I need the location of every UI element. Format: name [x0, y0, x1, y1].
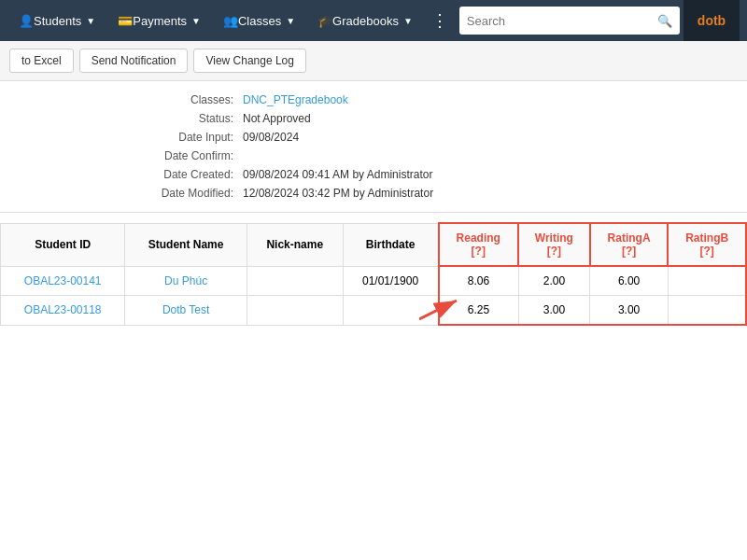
status-row: Status: Not Approved: [0, 109, 747, 128]
rating-b-cell: [668, 266, 746, 296]
action-toolbar: to Excel Send Notification View Change L…: [0, 41, 747, 81]
nav-classes-label: Classes: [238, 14, 281, 28]
gradebook-table-section: Student ID Student Name Nick-name Birthd…: [0, 213, 747, 335]
writing-cell: 2.00: [518, 266, 590, 296]
nav-more-button[interactable]: ⋮: [424, 10, 456, 31]
col-rating-a: RatingA [?]: [590, 223, 669, 266]
classes-value: DNC_PTEgradebook: [243, 93, 348, 106]
status-label: Status:: [0, 112, 243, 125]
search-icon[interactable]: 🔍: [657, 14, 672, 28]
rating-a-cell: 6.00: [590, 266, 669, 296]
writing-cell: 3.00: [518, 296, 590, 326]
date-modified-row: Date Modified: 12/08/2024 03:42 PM by Ad…: [0, 184, 747, 203]
col-birthdate: Birthdate: [343, 223, 438, 266]
top-navigation: 👤 Students ▼ 💳 Payments ▼ 👥 Classes ▼ 🎓 …: [0, 0, 747, 41]
svg-line-1: [419, 301, 457, 319]
send-notification-button[interactable]: Send Notification: [79, 49, 189, 73]
status-value: Not Approved: [243, 112, 311, 125]
date-input-row: Date Input: 09/08/2024: [0, 128, 747, 147]
gradebooks-caret: ▼: [403, 16, 413, 26]
date-input-label: Date Input:: [0, 131, 243, 144]
search-container: 🔍: [459, 7, 680, 35]
logo-text: dotb: [698, 13, 726, 28]
record-info: Classes: DNC_PTEgradebook Status: Not Ap…: [0, 81, 747, 213]
col-writing: Writing [?]: [518, 223, 590, 266]
date-modified-label: Date Modified:: [0, 187, 243, 200]
classes-row: Classes: DNC_PTEgradebook: [0, 91, 747, 109]
date-created-row: Date Created: 09/08/2024 09:41 AM by Adm…: [0, 165, 747, 184]
date-created-label: Date Created:: [0, 168, 243, 181]
nav-students[interactable]: 👤 Students ▼: [7, 0, 106, 41]
student-name-cell[interactable]: Dotb Test: [125, 296, 247, 326]
payments-icon: 💳: [118, 14, 133, 28]
view-change-log-button[interactable]: View Change Log: [193, 49, 306, 73]
nav-gradebooks[interactable]: 🎓 Gradebooks ▼: [306, 0, 424, 41]
col-student-name: Student Name: [125, 223, 247, 266]
nav-classes[interactable]: 👥 Classes ▼: [212, 0, 306, 41]
nav-payments-label: Payments: [133, 14, 187, 28]
date-confirm-row: Date Confirm:: [0, 147, 747, 165]
rating-b-cell: [668, 296, 746, 326]
col-nickname: Nick-name: [247, 223, 343, 266]
student-id-cell[interactable]: OBAL23-00118: [1, 296, 125, 326]
classes-icon: 👥: [223, 14, 238, 28]
student-id-cell[interactable]: OBAL23-00141: [1, 266, 125, 296]
date-modified-value: 12/08/2024 03:42 PM by Administrator: [243, 187, 433, 200]
col-reading: Reading [?]: [439, 223, 518, 266]
payments-caret: ▼: [191, 16, 201, 26]
students-icon: 👤: [19, 14, 34, 28]
date-input-value: 09/08/2024: [243, 131, 299, 144]
nav-gradebooks-label: Gradebooks: [332, 14, 399, 28]
classes-link[interactable]: DNC_PTEgradebook: [243, 93, 348, 106]
date-confirm-label: Date Confirm:: [0, 149, 243, 162]
gradebooks-icon: 🎓: [317, 14, 332, 28]
nav-students-label: Students: [34, 14, 81, 28]
student-name-cell[interactable]: Du Phúc: [125, 266, 247, 296]
search-input[interactable]: [467, 14, 657, 28]
table-row: OBAL23-00141 Du Phúc 01/01/1900 8.06 2.0…: [1, 266, 747, 296]
students-caret: ▼: [86, 16, 95, 26]
table-row: OBAL23-00118 Dotb Test: [1, 296, 747, 326]
nickname-cell: [247, 296, 343, 326]
birthdate-cell: [343, 296, 438, 326]
rating-a-cell: 3.00: [590, 296, 669, 326]
date-created-value: 09/08/2024 09:41 AM by Administrator: [243, 168, 432, 181]
nav-payments[interactable]: 💳 Payments ▼: [106, 0, 212, 41]
classes-label: Classes:: [0, 93, 243, 106]
red-arrow-icon: [419, 291, 466, 329]
nickname-cell: [247, 266, 343, 296]
col-student-id: Student ID: [1, 223, 125, 266]
gradebook-table: Student ID Student Name Nick-name Birthd…: [0, 222, 747, 326]
table-header-row: Student ID Student Name Nick-name Birthd…: [1, 223, 747, 266]
logo: dotb: [684, 0, 740, 41]
export-excel-button[interactable]: to Excel: [9, 49, 74, 73]
classes-caret: ▼: [286, 16, 295, 26]
col-rating-b: RatingB [?]: [668, 223, 746, 266]
